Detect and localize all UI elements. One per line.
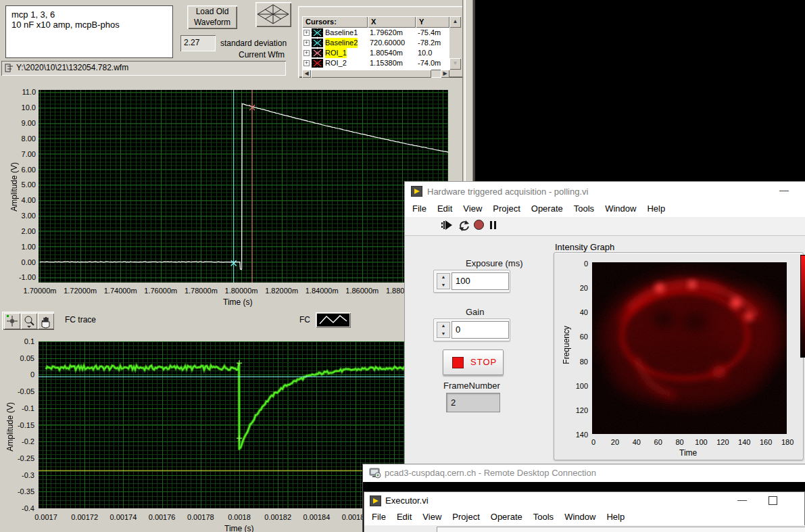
tick-label: 1.72000m	[60, 287, 101, 295]
tick-label: -0.2	[1, 437, 34, 445]
intensity-graph-plot[interactable]	[592, 262, 787, 434]
cursor-tool-button[interactable]	[4, 313, 20, 329]
load-old-waveform-button[interactable]: Load Old Waveform	[187, 5, 237, 29]
cursor-row-Baseline2[interactable]: +Baseline2720.60000-78.2m	[302, 38, 449, 48]
fc-plot-legend[interactable]	[316, 312, 351, 328]
cursor-col-y[interactable]: Y	[416, 16, 449, 28]
h-scrollbar[interactable]: ◀ ▶	[302, 70, 449, 78]
abort-button-icon[interactable]	[474, 220, 484, 230]
scroll-up-button[interactable]: ▲	[449, 16, 461, 28]
cursor-row-ROI_1[interactable]: +ROI_11.80540m10.0	[302, 48, 449, 58]
cursor-y-value: -74.0m	[418, 58, 441, 68]
cursor-x-value: 1.79620m	[370, 28, 403, 38]
menu-item-view[interactable]: View	[417, 510, 447, 525]
run-arrow-icon[interactable]	[441, 220, 455, 232]
menu-item-help[interactable]: Help	[601, 510, 630, 525]
stop-square-icon	[452, 357, 464, 368]
zoom-tool-button[interactable]	[21, 313, 37, 329]
menu-item-operate[interactable]: Operate	[485, 510, 528, 525]
menu-item-view[interactable]: View	[458, 201, 487, 217]
diamond-icon	[255, 2, 291, 27]
tick-label: 9.00	[2, 119, 36, 127]
stop-button-label: STOP	[470, 357, 497, 367]
cursor-x-value: 720.60000	[370, 38, 405, 48]
desktop: mcp 1, 3, 6 10 nF x10 amp, mcpB-phos Loa…	[0, 0, 805, 532]
fc-legend-label: FC	[299, 315, 310, 324]
cursor-y-value: 10.0	[418, 48, 432, 58]
notes-textbox[interactable]: mcp 1, 3, 6 10 nF x10 amp, mcpB-phos	[5, 5, 173, 58]
expand-icon[interactable]: +	[303, 40, 310, 46]
menu-item-window[interactable]: Window	[559, 510, 601, 525]
pause-icon[interactable]	[489, 221, 497, 231]
executor-titlebar[interactable]: Executor.vi —	[364, 492, 804, 510]
hw-toolbar	[405, 217, 805, 236]
menu-item-file[interactable]: File	[407, 201, 432, 217]
menu-item-project[interactable]: Project	[487, 201, 525, 217]
expand-icon[interactable]: +	[303, 60, 310, 66]
wfm-path-control[interactable]: Y:\2020\10\21\132054.782.wfm	[1, 61, 286, 76]
exposure-field[interactable]: 100	[452, 272, 509, 290]
menu-item-window[interactable]: Window	[600, 201, 641, 217]
hw-titlebar[interactable]: Hardware triggered acquisition - polling…	[405, 182, 805, 202]
menu-item-tools[interactable]: Tools	[568, 201, 600, 217]
menu-item-file[interactable]: File	[366, 510, 391, 525]
tick-label: 0.0018	[219, 513, 260, 521]
exposure-spinner[interactable]: ▲▼	[437, 273, 450, 289]
top-waveform-graph[interactable]	[39, 90, 448, 283]
gain-control[interactable]: ▲▼ 0	[433, 318, 510, 341]
fc-waveform-graph[interactable]	[39, 341, 404, 508]
std-deviation-value[interactable]: 2.27	[180, 35, 216, 51]
current-wfm-label: Current Wfm	[203, 50, 285, 59]
menu-item-tools[interactable]: Tools	[528, 510, 559, 525]
scroll-left-button[interactable]: ◀	[302, 70, 311, 78]
tick-label: 120	[554, 406, 588, 414]
pan-tool-button[interactable]	[38, 313, 54, 329]
frame-number-indicator: 2	[446, 393, 500, 412]
cursor-col-x[interactable]: X	[368, 16, 416, 28]
graph-palette-button[interactable]	[255, 2, 291, 27]
exposure-control[interactable]: ▲▼ 100	[433, 270, 510, 293]
cursor-row-Baseline1[interactable]: +Baseline11.79620m-75.4m	[302, 28, 449, 38]
gain-label: Gain	[466, 307, 484, 317]
menu-item-edit[interactable]: Edit	[391, 510, 417, 525]
tick-label: 10.0	[2, 103, 36, 112]
crosshair-icon	[4, 313, 20, 329]
tick-label: 5.00	[2, 180, 36, 189]
menu-item-help[interactable]: Help	[641, 201, 670, 217]
minimize-button[interactable]: —	[737, 494, 747, 505]
cursor-col-name[interactable]: Cursors:	[302, 16, 368, 28]
maximize-button[interactable]	[769, 496, 777, 505]
menu-item-operate[interactable]: Operate	[526, 201, 568, 217]
rdp-icon	[369, 468, 381, 479]
expand-icon[interactable]: +	[303, 30, 310, 36]
tick-label: -0.15	[1, 421, 34, 429]
scroll-right-button[interactable]: ▶	[441, 70, 449, 78]
tick-label: 0.00	[2, 258, 36, 266]
run-continuous-icon[interactable]	[458, 220, 470, 232]
scroll-down-button[interactable]: ▼	[449, 58, 461, 70]
cursor-row-ROI_2[interactable]: +ROI_21.15380m-74.0m	[302, 58, 449, 68]
tick-label: 1.70000m	[20, 287, 60, 295]
tick-label: 1.78000m	[180, 287, 221, 295]
minimize-button[interactable]: —	[779, 185, 789, 195]
stop-button[interactable]: STOP	[443, 349, 504, 375]
tick-label: 1.80000m	[221, 287, 262, 295]
menu-item-project[interactable]: Project	[447, 510, 485, 525]
tick-label: 80	[554, 358, 588, 366]
gain-field[interactable]: 0	[452, 321, 509, 339]
tick-label: 7.00	[2, 150, 36, 158]
tick-label: 6.00	[2, 166, 36, 174]
cursor-name: Baseline2	[325, 38, 358, 48]
cursor-name: Baseline1	[325, 28, 358, 38]
tick-label: -0.4	[1, 504, 34, 512]
intensity-image	[592, 262, 787, 434]
menu-item-edit[interactable]: Edit	[432, 201, 458, 217]
labview-vi-icon	[411, 186, 422, 197]
scroll-thumb[interactable]	[311, 70, 431, 78]
expand-icon[interactable]: +	[303, 50, 310, 56]
std-deviation-label: standard deviation	[220, 39, 287, 48]
hw-window-title: Hardware triggered acquisition - polling…	[427, 187, 588, 197]
gain-spinner[interactable]: ▲▼	[437, 322, 450, 338]
rdp-titlebar[interactable]: pcad3-cuspdaq.cern.ch - Remote Desktop C…	[363, 464, 805, 482]
tick-label: 1.74000m	[100, 287, 141, 295]
